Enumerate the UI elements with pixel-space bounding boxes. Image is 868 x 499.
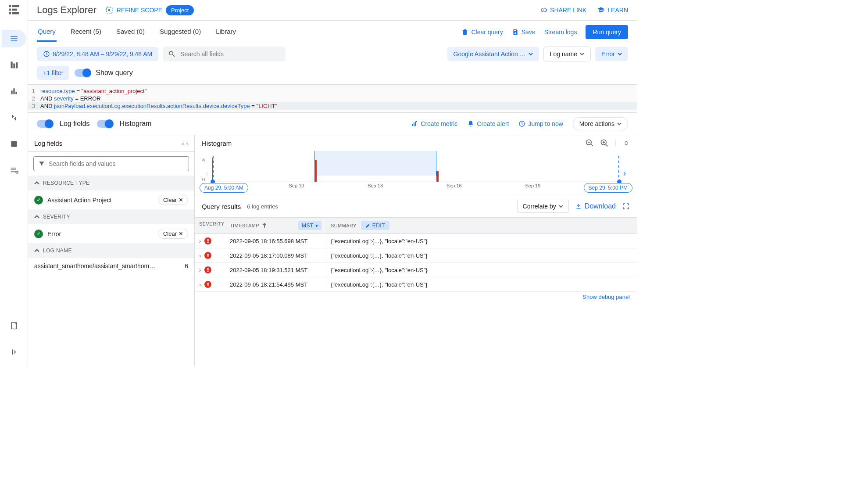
stream-logs-button[interactable]: Stream logs bbox=[544, 29, 577, 36]
svg-rect-3 bbox=[12, 9, 17, 11]
search-all-fields[interactable] bbox=[163, 47, 286, 61]
filter-icon bbox=[38, 160, 45, 167]
correlate-dropdown[interactable]: Correlate by bbox=[517, 200, 569, 213]
plus-filter-chip[interactable]: +1 filter bbox=[37, 66, 69, 80]
error-severity-icon: !! bbox=[204, 281, 211, 288]
check-icon bbox=[34, 230, 43, 238]
panel-collapse-button[interactable]: ‹ › bbox=[182, 140, 188, 147]
share-link-button[interactable]: SHARE LINK bbox=[539, 6, 586, 14]
svg-point-13 bbox=[16, 171, 18, 173]
time-range-chip[interactable]: 8/29/22, 8:48 AM – 9/29/22, 9:48 AM bbox=[37, 47, 158, 61]
search-input[interactable] bbox=[180, 50, 280, 57]
table-row[interactable]: ›!!2022-09-05 18:21:54.495 MST{"executio… bbox=[195, 277, 637, 292]
download-button[interactable]: Download bbox=[575, 202, 616, 210]
svg-rect-4 bbox=[9, 12, 11, 14]
nav-expand[interactable] bbox=[2, 343, 26, 361]
table-row[interactable]: ›!!2022-09-05 18:16:55.698 MST{"executio… bbox=[195, 234, 637, 248]
resize-icon[interactable] bbox=[623, 140, 630, 147]
edit-summary-button[interactable]: EDIT bbox=[361, 221, 389, 230]
logname-dropdown[interactable]: Log name bbox=[543, 47, 591, 61]
histo-end-handle[interactable]: Sep 29, 5:00 PM bbox=[584, 183, 632, 193]
log-fields-toggle[interactable] bbox=[37, 120, 53, 128]
table-row[interactable]: ›!!2022-09-05 18:19:31.521 MST{"executio… bbox=[195, 263, 637, 277]
log-fields-label: Log fields bbox=[60, 120, 90, 128]
field-log-name-item[interactable]: assistant_smarthome/assistant_smarthom…6 bbox=[28, 258, 194, 274]
tab-query[interactable]: Query bbox=[37, 22, 57, 42]
field-search[interactable] bbox=[33, 156, 189, 171]
svg-rect-0 bbox=[9, 5, 11, 7]
download-icon bbox=[575, 203, 582, 210]
sort-asc-icon[interactable] bbox=[262, 223, 267, 228]
expand-icon[interactable]: › bbox=[199, 238, 201, 244]
table-row[interactable]: ›!!2022-09-05 18:17:00.089 MST{"executio… bbox=[195, 248, 637, 263]
jump-to-now-button[interactable]: Jump to now bbox=[518, 120, 563, 127]
nav-logs[interactable] bbox=[2, 30, 26, 47]
clock-icon bbox=[518, 120, 525, 127]
trash-icon bbox=[461, 29, 468, 36]
histogram-chart[interactable]: 40 Sep 7Sep 10Sep 13Sep 16Sep 19Sep 22 A… bbox=[212, 158, 619, 188]
severity-dropdown[interactable]: Error bbox=[595, 47, 628, 61]
zoom-in-icon[interactable] bbox=[600, 139, 609, 147]
tab-suggested[interactable]: Suggested (0) bbox=[159, 22, 202, 42]
results-title: Query results bbox=[202, 203, 241, 210]
resource-dropdown[interactable]: Google Assistant Action … bbox=[447, 47, 539, 61]
error-severity-icon: !! bbox=[204, 252, 211, 259]
clear-query-button[interactable]: Clear query bbox=[461, 29, 503, 36]
learn-button[interactable]: LEARN bbox=[597, 6, 628, 14]
clear-resource-type[interactable]: Clear ✕ bbox=[158, 195, 188, 205]
tab-recent[interactable]: Recent (5) bbox=[70, 22, 102, 42]
tab-saved[interactable]: Saved (0) bbox=[115, 22, 146, 42]
save-icon bbox=[512, 29, 519, 36]
save-button[interactable]: Save bbox=[512, 29, 536, 36]
nav-router[interactable] bbox=[2, 109, 26, 126]
create-metric-button[interactable]: Create metric bbox=[411, 120, 457, 127]
zoom-out-icon[interactable] bbox=[585, 139, 594, 147]
svg-rect-6 bbox=[11, 62, 12, 68]
show-query-label: Show query bbox=[96, 69, 133, 77]
error-severity-icon: !! bbox=[204, 237, 211, 244]
run-query-button[interactable]: Run query bbox=[586, 25, 628, 39]
section-severity[interactable]: SEVERITY bbox=[28, 209, 194, 224]
fullscreen-icon[interactable] bbox=[622, 202, 630, 210]
histogram-toggle[interactable] bbox=[97, 120, 113, 128]
section-resource-type[interactable]: RESOURCE TYPE bbox=[28, 176, 194, 190]
create-alert-button[interactable]: Create alert bbox=[467, 120, 509, 127]
more-actions-button[interactable]: More actions bbox=[573, 117, 628, 130]
nav-metrics[interactable] bbox=[2, 83, 26, 100]
expand-icon[interactable]: › bbox=[199, 252, 201, 259]
clear-severity[interactable]: Clear ✕ bbox=[158, 229, 188, 239]
chevron-down-icon bbox=[618, 52, 622, 56]
svg-rect-18 bbox=[412, 124, 413, 126]
log-fields-title: Log fields bbox=[34, 140, 62, 147]
nav-pin[interactable] bbox=[2, 317, 26, 334]
nav-dashboards[interactable] bbox=[2, 56, 26, 74]
svg-rect-1 bbox=[12, 5, 19, 7]
timezone-chip[interactable]: MST ▾ bbox=[298, 221, 321, 230]
query-editor[interactable]: 1resource.type = "assistant_action_proje… bbox=[28, 84, 637, 113]
section-log-name[interactable]: LOG NAME bbox=[28, 243, 194, 258]
svg-point-16 bbox=[108, 9, 111, 11]
view-controls: Log fields Histogram Create metric Creat… bbox=[28, 113, 637, 135]
show-query-toggle[interactable] bbox=[75, 69, 90, 77]
field-error[interactable]: ErrorClear ✕ bbox=[28, 224, 194, 243]
svg-rect-14 bbox=[11, 323, 17, 329]
svg-rect-2 bbox=[9, 9, 11, 11]
histo-start-handle[interactable]: Aug 29, 5:00 AM bbox=[200, 183, 248, 193]
scope-pill: Project bbox=[166, 5, 194, 15]
chevron-down-icon bbox=[617, 122, 622, 126]
nav-analytics[interactable] bbox=[2, 162, 26, 179]
expand-icon[interactable]: › bbox=[199, 281, 201, 288]
svg-rect-10 bbox=[13, 88, 14, 94]
histo-next[interactable]: › bbox=[619, 168, 630, 178]
link-icon bbox=[539, 6, 547, 14]
expand-icon[interactable]: › bbox=[199, 267, 201, 273]
show-debug-panel[interactable]: Show debug panel bbox=[195, 292, 637, 302]
log-fields-panel: Log fields‹ › RESOURCE TYPE Assistant Ac… bbox=[28, 135, 195, 366]
svg-rect-9 bbox=[11, 90, 12, 94]
tab-library[interactable]: Library bbox=[215, 22, 237, 42]
nav-storage[interactable] bbox=[2, 135, 26, 153]
clock-icon bbox=[43, 50, 50, 57]
svg-rect-12 bbox=[11, 141, 17, 147]
field-assistant-action[interactable]: Assistant Action ProjectClear ✕ bbox=[28, 190, 194, 209]
refine-scope-button[interactable]: REFINE SCOPE Project bbox=[105, 5, 194, 15]
